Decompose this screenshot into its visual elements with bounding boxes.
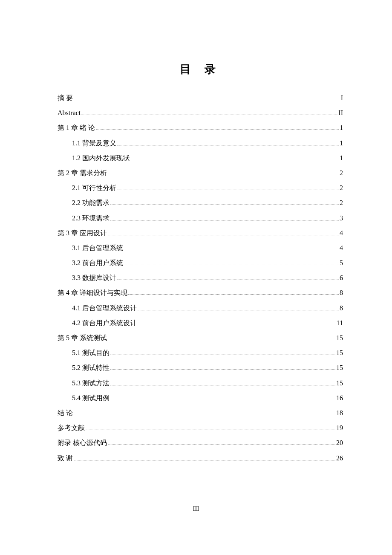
toc-entry-label: 5.1 测试目的 (72, 345, 110, 360)
toc-entry: 2.3 环境需求3 (58, 211, 343, 225)
toc-leader-dots (74, 460, 335, 460)
toc-entry-page: 26 (336, 451, 343, 465)
document-page: 目 录 摘 要IAbstractII第 1 章 绪 论11.1 背景及意义11.… (0, 0, 392, 465)
toc-leader-dots (131, 160, 339, 160)
toc-entry-label: 附录 核心源代码 (58, 435, 107, 450)
toc-entry-page: 5 (340, 255, 343, 270)
toc-entry-label: 3.2 前台用户系统 (72, 255, 123, 270)
toc-leader-dots (108, 445, 335, 445)
toc-entry: 5.1 测试目的15 (58, 345, 343, 360)
toc-entry: 参考文献19 (58, 420, 343, 435)
toc-leader-dots (117, 190, 339, 190)
toc-entry-page: 16 (336, 390, 343, 405)
toc-entry-label: 第 5 章 系统测试 (58, 330, 107, 345)
toc-leader-dots (108, 175, 339, 175)
toc-entry-label: 2.1 可行性分析 (72, 180, 116, 195)
toc-entry: 第 4 章 详细设计与实现8 (58, 285, 343, 300)
toc-entry-label: Abstract (58, 105, 81, 120)
toc-entry-label: 5.4 测试用例 (72, 390, 110, 405)
toc-entry-page: 8 (340, 285, 343, 300)
toc-entry: AbstractII (58, 105, 343, 120)
toc-entry-label: 3.3 数据库设计 (72, 270, 116, 285)
toc-entry-label: 5.3 测试方法 (72, 376, 110, 390)
toc-entry: 5.4 测试用例16 (58, 390, 343, 405)
toc-leader-dots (110, 220, 339, 220)
toc-entry-label: 4.2 前台用户系统设计 (72, 315, 137, 330)
toc-entry: 1.2 国内外发展现状1 (58, 150, 343, 165)
toc-leader-dots (108, 340, 335, 340)
toc-leader-dots (74, 415, 335, 415)
toc-entry-page: I (341, 90, 343, 105)
toc-entry-label: 4.1 后台管理系统设计 (72, 301, 137, 315)
toc-entry: 1.1 背景及意义1 (58, 136, 343, 150)
toc-entry: 第 3 章 应用设计4 (58, 225, 343, 240)
toc-entry-label: 参考文献 (58, 420, 85, 435)
toc-entry-page: 4 (340, 225, 343, 240)
toc-entry: 4.2 前台用户系统设计11 (58, 315, 343, 330)
toc-leader-dots (110, 205, 339, 205)
toc-entry-label: 1.2 国内外发展现状 (72, 150, 130, 165)
toc-entry-label: 第 3 章 应用设计 (58, 225, 107, 240)
toc-entry-label: 摘 要 (58, 90, 73, 105)
toc-leader-dots (117, 145, 339, 145)
toc-entry: 摘 要I (58, 90, 343, 105)
toc-entry-label: 结 论 (58, 405, 73, 420)
toc-entry-page: 2 (340, 165, 343, 180)
toc-leader-dots (124, 250, 339, 250)
toc-entry-label: 第 1 章 绪 论 (58, 120, 95, 135)
toc-leader-dots (110, 385, 335, 385)
toc-entry: 3.3 数据库设计6 (58, 270, 343, 285)
toc-entry: 3.1 后台管理系统4 (58, 240, 343, 255)
toc-leader-dots (128, 295, 339, 295)
toc-leader-dots (81, 115, 337, 115)
toc-entry: 附录 核心源代码20 (58, 435, 343, 450)
toc-entry-label: 3.1 后台管理系统 (72, 240, 123, 255)
toc-entry-label: 2.3 环境需求 (72, 211, 110, 225)
toc-entry-page: II (338, 105, 343, 120)
toc-entry: 4.1 后台管理系统设计8 (58, 301, 343, 315)
toc-leader-dots (117, 280, 339, 280)
toc-entry: 5.2 测试特性15 (58, 360, 343, 375)
toc-entry-label: 致 谢 (58, 451, 73, 465)
toc-entry-label: 1.1 背景及意义 (72, 136, 116, 150)
toc-entry: 致 谢26 (58, 451, 343, 465)
toc-leader-dots (108, 235, 339, 235)
toc-entry-page: 20 (336, 435, 343, 450)
toc-entry-label: 第 2 章 需求分析 (58, 165, 107, 180)
toc-entry-page: 15 (336, 360, 343, 375)
toc-entry-page: 2 (340, 195, 343, 210)
toc-entry-page: 1 (340, 150, 343, 165)
toc-entry-page: 15 (336, 330, 343, 345)
toc-entry-page: 15 (336, 345, 343, 360)
toc-entry: 第 5 章 系统测试15 (58, 330, 343, 345)
toc-entry-page: 2 (340, 180, 343, 195)
toc-leader-dots (110, 355, 335, 355)
toc-list: 摘 要IAbstractII第 1 章 绪 论11.1 背景及意义11.2 国内… (58, 90, 343, 465)
toc-entry: 5.3 测试方法15 (58, 376, 343, 390)
toc-entry-page: 8 (340, 301, 343, 315)
toc-entry-page: 4 (340, 240, 343, 255)
toc-title: 目 录 (58, 62, 343, 77)
toc-entry-page: 1 (340, 136, 343, 150)
toc-entry-page: 19 (336, 420, 343, 435)
toc-entry: 结 论18 (58, 405, 343, 420)
toc-entry-page: 18 (336, 405, 343, 420)
toc-entry-page: 3 (340, 211, 343, 225)
toc-leader-dots (96, 130, 339, 130)
toc-entry-label: 第 4 章 详细设计与实现 (58, 285, 127, 300)
toc-entry-page: 15 (336, 376, 343, 390)
toc-entry-page: 11 (337, 315, 343, 330)
toc-leader-dots (110, 370, 335, 370)
toc-leader-dots (86, 430, 335, 430)
toc-entry-label: 5.2 测试特性 (72, 360, 110, 375)
toc-entry: 2.1 可行性分析2 (58, 180, 343, 195)
toc-leader-dots (124, 265, 339, 265)
toc-entry-label: 2.2 功能需求 (72, 195, 110, 210)
toc-entry: 2.2 功能需求2 (58, 195, 343, 210)
toc-entry-page: 6 (340, 270, 343, 285)
toc-entry: 第 2 章 需求分析2 (58, 165, 343, 180)
page-number: III (0, 505, 392, 512)
toc-entry-page: 1 (340, 120, 343, 135)
toc-leader-dots (138, 325, 336, 325)
toc-entry: 3.2 前台用户系统5 (58, 255, 343, 270)
